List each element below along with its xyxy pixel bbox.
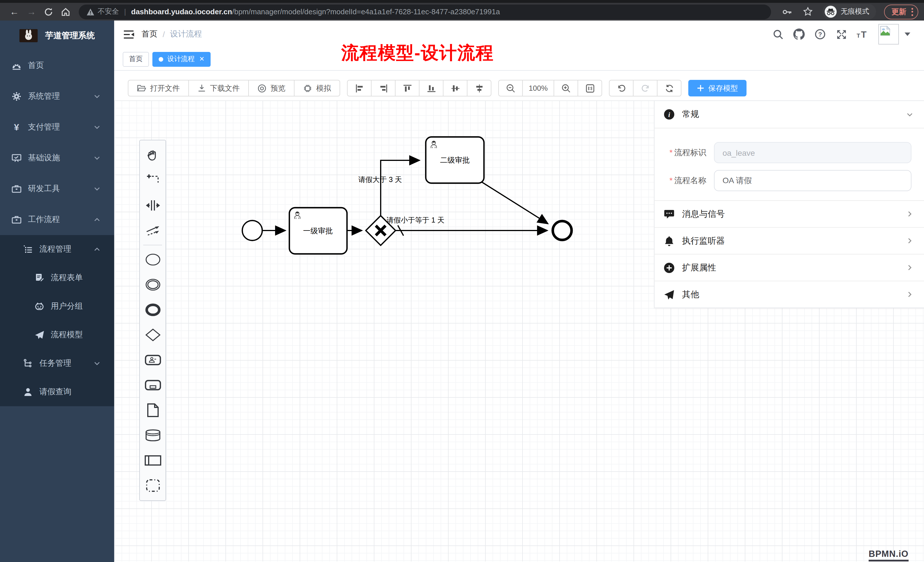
process-key-input[interactable]: oa_leave	[714, 142, 912, 163]
tab-design-process[interactable]: 设计流程 ✕	[152, 52, 211, 66]
align-top-button[interactable]	[395, 80, 420, 96]
svg-text:¥: ¥	[14, 122, 19, 132]
github-icon[interactable]	[792, 27, 806, 41]
chevron-down-icon	[94, 186, 100, 192]
help-icon[interactable]: ?	[813, 27, 827, 41]
dashboard-icon	[11, 60, 22, 71]
lasso-tool[interactable]	[140, 168, 165, 193]
end-event[interactable]	[553, 221, 572, 240]
brand: 芋道管理系统	[0, 21, 114, 50]
bookmark-star-icon[interactable]	[800, 7, 815, 16]
close-tab-icon[interactable]: ✕	[199, 55, 204, 63]
create-start-event[interactable]	[140, 247, 165, 272]
section-message-signal[interactable]: 消息与信号	[655, 200, 924, 227]
sidebar-item-process-form[interactable]: 流程表单	[0, 264, 114, 292]
download-file-button[interactable]: 下载文件	[188, 80, 249, 96]
search-icon[interactable]	[771, 27, 785, 41]
create-participant[interactable]	[140, 448, 165, 473]
create-user-task[interactable]	[140, 348, 165, 373]
sidebar-item-label: 流程表单	[51, 273, 100, 283]
flow-label-gt3[interactable]: 请假大于 3 天	[358, 175, 402, 183]
chevron-up-icon	[94, 216, 100, 223]
create-end-event[interactable]	[140, 297, 165, 322]
avatar-dropdown-caret[interactable]	[904, 33, 910, 36]
breadcrumb-home[interactable]: 首页	[141, 29, 158, 39]
chevron-down-icon	[94, 93, 100, 100]
fullscreen-icon[interactable]	[834, 27, 848, 41]
zoom-out-button[interactable]	[498, 80, 523, 96]
chevron-right-icon	[906, 291, 914, 298]
sidebar-item-process-mgmt[interactable]: 流程管理	[0, 235, 114, 264]
flow-task2-to-end[interactable]	[482, 182, 548, 224]
user-task-level1[interactable]: 一级审批	[290, 208, 347, 254]
sidebar-item-devtools[interactable]: 研发工具	[0, 174, 114, 204]
browser-home-button[interactable]	[57, 4, 74, 19]
sidebar-item-system[interactable]: 系统管理	[0, 81, 114, 112]
plus-circle-icon	[664, 262, 675, 273]
user-task-level2[interactable]: 二级审批	[426, 137, 484, 183]
create-data-store[interactable]	[140, 423, 165, 448]
sidebar-item-payment[interactable]: ¥ 支付管理	[0, 112, 114, 142]
not-secure-warning-icon	[87, 8, 94, 15]
section-other[interactable]: 其他	[655, 281, 924, 307]
browser-update-button[interactable]: 更新	[884, 4, 918, 19]
field-label: *流程标识	[655, 147, 714, 158]
refresh-button[interactable]	[657, 80, 681, 96]
sidebar-item-workflow[interactable]: 工作流程	[0, 204, 114, 235]
tab-home[interactable]: 首页	[123, 52, 149, 66]
reset-zoom-button[interactable]	[578, 80, 602, 96]
avatar[interactable]	[878, 24, 899, 45]
font-size-icon[interactable]: TT	[855, 27, 869, 41]
global-connect-tool[interactable]	[140, 218, 165, 243]
svg-text:T: T	[856, 33, 860, 39]
yen-icon: ¥	[11, 122, 22, 132]
sidebar-item-infra[interactable]: 基础设施	[0, 142, 114, 174]
preview-button[interactable]: 预览	[248, 80, 294, 96]
bpmn-io-logo[interactable]: BPMN.iO	[868, 549, 909, 561]
password-key-icon[interactable]	[780, 8, 795, 16]
section-general[interactable]: i 常规	[655, 101, 924, 128]
sidebar-item-leave-query[interactable]: 请假查询	[0, 378, 114, 406]
process-name-input[interactable]: OA 请假	[714, 170, 912, 191]
create-gateway[interactable]	[140, 322, 165, 348]
section-extended-attrs[interactable]: 扩展属性	[655, 254, 924, 281]
browser-menu-icon[interactable]	[912, 8, 913, 16]
align-center-button[interactable]	[467, 80, 491, 96]
sidebar-item-home[interactable]: 首页	[0, 50, 114, 81]
create-subprocess[interactable]	[140, 373, 165, 398]
create-data-object[interactable]	[140, 398, 165, 423]
section-title: 常规	[682, 109, 906, 120]
open-file-button[interactable]: 打开文件	[128, 80, 189, 96]
sidebar-item-user-group[interactable]: 用户分组	[0, 292, 114, 321]
browser-reload-button[interactable]	[40, 4, 57, 19]
flow-gateway-to-task2[interactable]	[381, 160, 420, 215]
sidebar-item-process-model[interactable]: 流程模型	[0, 321, 114, 349]
align-middle-button[interactable]	[443, 80, 467, 96]
align-bottom-button[interactable]	[419, 80, 444, 96]
create-group[interactable]	[140, 473, 165, 498]
create-intermediate-event[interactable]	[140, 272, 165, 297]
simulate-button[interactable]: 模拟	[294, 80, 340, 96]
flow-label-lte1[interactable]: 请假小于等于 1 天	[387, 216, 445, 224]
section-title: 执行监听器	[682, 235, 906, 246]
zoom-in-button[interactable]	[554, 80, 578, 96]
redo-button[interactable]	[633, 80, 657, 96]
paper-plane-icon	[34, 330, 45, 340]
svg-text:?: ?	[818, 31, 822, 38]
address-bar[interactable]: 不安全 | dashboard.yudao.iocoder.cn/bpm/man…	[79, 4, 771, 19]
save-model-button[interactable]: 保存模型	[688, 80, 747, 96]
browser-forward-button[interactable]: →	[23, 4, 40, 19]
align-right-button[interactable]	[371, 80, 396, 96]
send-plane-icon	[664, 289, 675, 300]
hand-tool[interactable]	[140, 142, 165, 168]
sidebar-item-task-mgmt[interactable]: 任务管理	[0, 349, 114, 378]
workflow-submenu: 流程管理 流程表单 用户分组 流程模型 任务管理	[0, 235, 114, 406]
space-tool[interactable]	[140, 193, 165, 218]
start-event[interactable]	[242, 220, 262, 240]
collapse-sidebar-button[interactable]	[120, 25, 137, 43]
section-execution-listener[interactable]: 执行监听器	[655, 227, 924, 254]
align-left-button[interactable]	[347, 80, 372, 96]
browser-back-button[interactable]: ←	[6, 4, 23, 19]
undo-button[interactable]	[609, 80, 633, 96]
briefcase-icon	[11, 184, 22, 194]
